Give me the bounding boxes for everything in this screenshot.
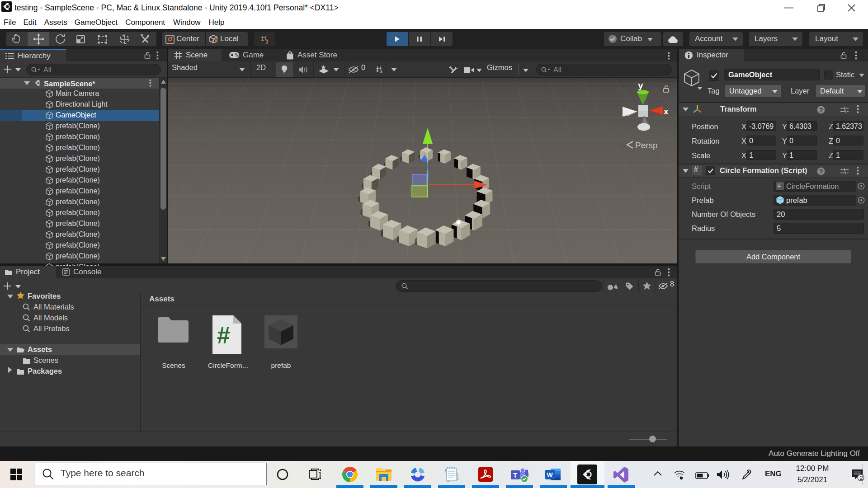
svg-text:y: y: [638, 80, 643, 90]
svg-text:x: x: [664, 107, 669, 116]
svg-text:W: W: [547, 471, 553, 479]
svg-text:T: T: [513, 471, 517, 479]
svg-text:2: 2: [860, 475, 863, 481]
svg-text:?: ?: [820, 107, 823, 113]
svg-text:#: #: [217, 322, 230, 348]
svg-text:?: ?: [820, 169, 823, 175]
svg-text:Persp: Persp: [635, 141, 658, 150]
